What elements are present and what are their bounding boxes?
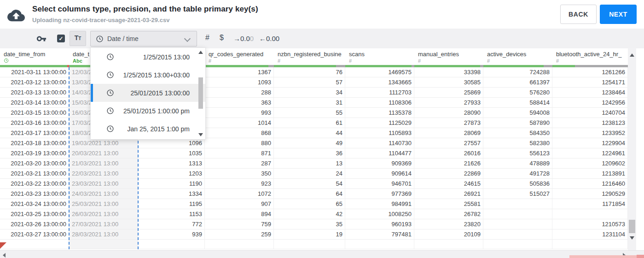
column-header-active_devices[interactable]: active_devices# — [483, 48, 552, 65]
table-cell: 44 — [274, 128, 345, 138]
clock-icon — [106, 71, 114, 79]
dropdown-item[interactable]: 25/01/2015 1:00:00 pm — [91, 102, 205, 120]
clock-icon — [106, 125, 114, 133]
page-title: Select columns type, precision, and the … — [32, 5, 258, 14]
table-cell: 28/03/2021 13:00 — [69, 229, 138, 239]
dropdown-item-selected[interactable]: 25/01/2015 13:00:00 — [91, 84, 205, 102]
column-name: date_time_from — [4, 51, 69, 58]
table-cell: 24 — [274, 169, 345, 178]
column-header-qr_codes_generated[interactable]: qr_codes_generated# — [205, 48, 274, 65]
table-cell: 23/03/2021 13:00 — [69, 179, 138, 188]
dropdown-scrollbar[interactable] — [198, 50, 204, 137]
table-cell: 576280 — [483, 88, 552, 97]
table-cell — [483, 229, 552, 239]
clock-icon — [106, 53, 114, 61]
table-cell: 772 — [138, 219, 205, 229]
table-cell: 288 — [205, 88, 274, 97]
column-header-manual_entries[interactable]: manual_entries# — [414, 48, 483, 65]
table-cell: 64 — [274, 189, 345, 199]
table-cell — [138, 240, 205, 249]
back-button[interactable]: BACK — [560, 5, 597, 24]
table-cell: 2021-03-21 13:00:00 — [0, 169, 69, 178]
table-cell: 880 — [205, 138, 274, 148]
column-name: active_devices — [487, 51, 552, 58]
column-header-scans[interactable]: scans# — [345, 48, 414, 65]
column-type-indicator: # — [349, 58, 414, 64]
table-cell: 24/03/2021 13:00 — [69, 189, 138, 199]
next-button[interactable]: NEXT — [600, 5, 637, 24]
bottom-progress-strip-end — [637, 255, 644, 258]
table-cell: 34 — [274, 88, 345, 97]
table-cell — [0, 240, 69, 249]
scroll-down-icon[interactable] — [198, 133, 203, 136]
table-row: 2021-03-27 13:00:0028/03/2021 13:0093925… — [0, 229, 628, 240]
include-column-checkbox[interactable]: ✓ — [57, 35, 65, 42]
table-cell: 31 — [274, 98, 345, 107]
table-cell: 2021-03-18 13:00:00 — [0, 138, 69, 148]
table-cell: 49 — [274, 138, 345, 148]
column-header-date_time_from[interactable]: date_time_from — [0, 48, 69, 65]
dropdown-item-label: 1/25/2015 13:00+03:00 — [114, 71, 205, 79]
dropdown-item[interactable]: 1/25/2015 13:00 — [91, 48, 205, 66]
table-cell — [345, 240, 414, 249]
selected-item-accent-bar — [91, 84, 93, 102]
table-cell: 1171854 — [552, 199, 628, 209]
table-cell: 36 — [274, 148, 345, 158]
table-cell: 19 — [274, 229, 345, 239]
increase-decimal-button[interactable]: →0.00 — [233, 35, 254, 42]
currency-type-button[interactable]: $ — [220, 34, 224, 42]
table-cell: 868 — [205, 128, 274, 138]
vertical-scrollbar-thumb[interactable] — [629, 220, 635, 233]
grid-corner-marker — [0, 242, 6, 249]
dropdown-item[interactable]: 1/25/2015 13:00+03:00 — [91, 66, 205, 84]
text-type-button[interactable]: TT — [70, 31, 86, 46]
column-name: manual_entries — [418, 51, 483, 58]
decrease-decimal-button[interactable]: ←0.00 — [259, 35, 279, 42]
table-cell: 28090 — [414, 108, 483, 117]
table-row: 2021-03-22 13:00:0023/03/2021 13:0011909… — [0, 179, 628, 189]
scroll-up-icon[interactable] — [630, 53, 634, 57]
scroll-up-icon[interactable] — [198, 51, 203, 54]
table-cell: 65 — [274, 199, 345, 209]
dropdown-item[interactable]: Jan 25, 2015 1:00 pm — [91, 120, 205, 138]
table-cell: 2021-03-23 13:00:00 — [0, 189, 69, 199]
table-cell: 13 — [274, 158, 345, 168]
clock-icon — [96, 35, 104, 43]
table-cell: 30585 — [414, 77, 483, 87]
clock-type-icon — [4, 58, 9, 63]
datetime-format-select[interactable]: Date / time — [90, 31, 197, 47]
scroll-down-icon[interactable] — [630, 236, 634, 240]
table-cell: 23820 — [414, 219, 483, 229]
table-cell: 2021-03-13 13:00:00 — [0, 88, 69, 97]
table-cell: 1242956 — [552, 98, 628, 107]
table-cell: 661397 — [483, 77, 552, 87]
primary-key-icon[interactable] — [36, 34, 46, 44]
table-cell: 1231104 — [552, 229, 628, 239]
table-cell: 1153 — [138, 209, 205, 219]
table-cell: 363 — [205, 98, 274, 107]
column-name: scans — [349, 51, 414, 58]
scroll-left-icon[interactable] — [3, 253, 6, 258]
table-cell: 33398 — [414, 67, 483, 77]
table-cell: 993 — [205, 108, 274, 117]
vertical-scrollbar[interactable] — [628, 48, 636, 250]
dropdown-item-label: 25/01/2015 13:00:00 — [114, 89, 205, 97]
column-header-nzbn_registered_busine[interactable]: nzbn_registered_busine# — [274, 48, 345, 65]
table-cell: 1072 — [205, 189, 274, 199]
table-cell: 2021-03-15 13:00:00 — [0, 108, 69, 117]
datetime-format-dropdown: 1/25/2015 13:001/25/2015 13:00+03:0025/0… — [90, 47, 206, 140]
table-cell: 24615 — [414, 179, 483, 188]
dropdown-item-label: 25/01/2015 1:00:00 pm — [114, 107, 205, 115]
horizontal-scrollbar[interactable] — [0, 250, 644, 258]
table-cell: 259 — [205, 229, 274, 239]
table-cell: 505836 — [483, 179, 552, 188]
table-cell — [483, 209, 552, 219]
number-type-button[interactable]: # — [205, 34, 209, 42]
dropdown-scrollbar-thumb[interactable] — [198, 77, 203, 109]
table-cell: 27557 — [414, 138, 483, 148]
table-cell — [483, 240, 552, 249]
table-cell: 1343665 — [345, 77, 414, 87]
column-header-bluetooth_active_24_hr_[interactable]: bluetooth_active_24_hr_# — [552, 48, 628, 65]
table-cell: 25581 — [414, 199, 483, 209]
table-cell: 1238123 — [552, 118, 628, 128]
